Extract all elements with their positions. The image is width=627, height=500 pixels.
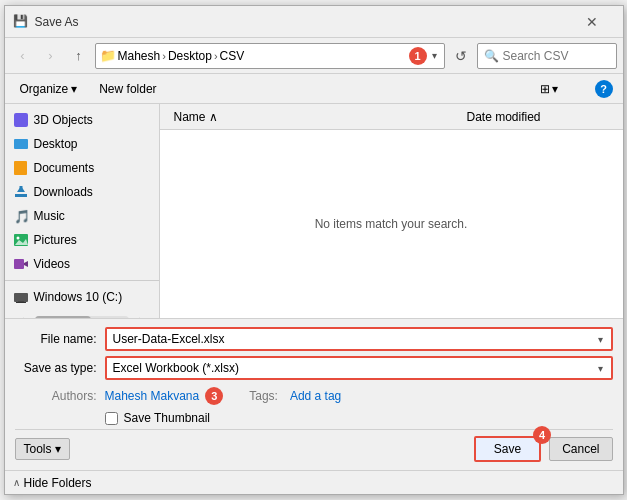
sidebar: 3D Objects Desktop Documents Downloads xyxy=(5,104,160,318)
sidebar-item-music[interactable]: 🎵 Music xyxy=(5,204,159,228)
sidebar-item-pictures[interactable]: Pictures xyxy=(5,228,159,252)
folder-icon: 📁 xyxy=(100,48,116,63)
organize-label: Organize xyxy=(20,82,69,96)
sep1: › xyxy=(162,50,166,62)
cancel-button[interactable]: Cancel xyxy=(549,437,612,461)
dialog-title: Save As xyxy=(35,15,79,29)
sidebar-label-music: Music xyxy=(34,209,65,223)
thumbnail-label: Save Thumbnail xyxy=(124,411,211,425)
sidebar-label-desktop: Desktop xyxy=(34,137,78,151)
badge-3: 3 xyxy=(205,387,223,405)
search-input[interactable] xyxy=(503,49,628,63)
badge-1: 1 xyxy=(409,47,427,65)
help-button[interactable]: ? xyxy=(595,80,613,98)
empty-message: No items match your search. xyxy=(315,217,468,231)
up-icon: ↑ xyxy=(75,48,82,63)
forward-button[interactable]: › xyxy=(39,44,63,68)
file-list-header: Name ∧ Date modified xyxy=(160,104,623,130)
refresh-button[interactable]: ↺ xyxy=(449,44,473,68)
address-box[interactable]: 📁 Mahesh › Desktop › CSV 1 ▾ xyxy=(95,43,445,69)
svg-rect-2 xyxy=(19,186,22,192)
savetype-chevron[interactable]: ▾ xyxy=(596,363,605,374)
filename-input-wrapper[interactable]: ▾ xyxy=(105,327,613,351)
savetype-label: Save as type: xyxy=(15,361,105,375)
tools-arrow: ▾ xyxy=(55,442,61,456)
thumbnail-checkbox[interactable] xyxy=(105,412,118,425)
tags-label: Tags: xyxy=(249,389,278,403)
sidebar-label-videos: Videos xyxy=(34,257,70,271)
videos-icon xyxy=(13,256,29,272)
sidebar-scroll-down[interactable]: › xyxy=(133,311,149,318)
view-icon: ⊞ xyxy=(540,82,550,96)
drive-c-icon xyxy=(13,289,29,305)
sidebar-item-downloads[interactable]: Downloads xyxy=(5,180,159,204)
up-button[interactable]: ↑ xyxy=(67,44,91,68)
back-icon: ‹ xyxy=(20,48,24,63)
sidebar-item-drive-c[interactable]: Windows 10 (C:) xyxy=(5,285,159,309)
sidebar-item-desktop[interactable]: Desktop xyxy=(5,132,159,156)
sidebar-item-3d-objects[interactable]: 3D Objects xyxy=(5,108,159,132)
svg-point-5 xyxy=(16,237,19,240)
col-name-label: Name xyxy=(174,110,206,124)
sep2: › xyxy=(214,50,218,62)
new-folder-label: New folder xyxy=(99,82,156,96)
hide-folders-arrow: ∧ xyxy=(13,477,20,488)
save-button[interactable]: Save xyxy=(474,436,541,462)
breadcrumb-desktop: Desktop xyxy=(168,49,212,63)
3d-objects-icon xyxy=(13,112,29,128)
svg-rect-7 xyxy=(14,259,24,269)
organize-button[interactable]: Organize ▾ xyxy=(15,79,83,99)
svg-rect-0 xyxy=(15,194,27,197)
breadcrumb-csv: CSV xyxy=(220,49,245,63)
desktop-icon xyxy=(13,136,29,152)
col-header-date[interactable]: Date modified xyxy=(463,108,613,126)
dialog-icon: 💾 xyxy=(13,14,29,30)
new-folder-button[interactable]: New folder xyxy=(94,79,161,99)
view-arrow: ▾ xyxy=(552,82,558,96)
sidebar-label-pictures: Pictures xyxy=(34,233,77,247)
hide-folders-label[interactable]: Hide Folders xyxy=(24,476,92,490)
organize-arrow: ▾ xyxy=(71,82,77,96)
savetype-input[interactable] xyxy=(113,361,592,375)
tools-button[interactable]: Tools ▾ xyxy=(15,438,70,460)
documents-icon xyxy=(13,160,29,176)
authors-label: Authors: xyxy=(15,389,105,403)
svg-text:🎵: 🎵 xyxy=(14,208,29,224)
sidebar-item-videos[interactable]: Videos xyxy=(5,252,159,276)
breadcrumb: Mahesh › Desktop › CSV xyxy=(118,49,403,63)
thumbnail-row: Save Thumbnail xyxy=(15,411,613,429)
sidebar-label-3d-objects: 3D Objects xyxy=(34,113,93,127)
authors-value[interactable]: Mahesh Makvana xyxy=(105,389,200,403)
search-box[interactable]: 🔍 xyxy=(477,43,617,69)
tags-value[interactable]: Add a tag xyxy=(290,389,341,403)
sidebar-scroll-up[interactable]: ‹ xyxy=(15,311,31,318)
savetype-row: Save as type: ▾ xyxy=(15,356,613,380)
filename-chevron[interactable]: ▾ xyxy=(596,334,605,345)
sidebar-item-documents[interactable]: Documents xyxy=(5,156,159,180)
breadcrumb-mahesh: Mahesh xyxy=(118,49,161,63)
file-list-area: Name ∧ Date modified No items match your… xyxy=(160,104,623,318)
col-header-name[interactable]: Name ∧ xyxy=(170,108,463,126)
toolbar: Organize ▾ New folder ⊞ ▾ ? xyxy=(5,74,623,104)
svg-marker-8 xyxy=(24,261,28,267)
sidebar-label-documents: Documents xyxy=(34,161,95,175)
main-area: 3D Objects Desktop Documents Downloads xyxy=(5,104,623,318)
sidebar-label-downloads: Downloads xyxy=(34,185,93,199)
refresh-icon: ↺ xyxy=(455,48,467,64)
address-chevron[interactable]: ▾ xyxy=(429,50,440,61)
filename-input[interactable] xyxy=(113,332,592,346)
back-button[interactable]: ‹ xyxy=(11,44,35,68)
bottom-section: File name: ▾ Save as type: ▾ Authors: Ma… xyxy=(5,318,623,470)
downloads-icon xyxy=(13,184,29,200)
tools-label: Tools xyxy=(24,442,52,456)
savetype-input-wrapper[interactable]: ▾ xyxy=(105,356,613,380)
close-button[interactable]: ✕ xyxy=(569,6,615,38)
forward-icon: › xyxy=(48,48,52,63)
sidebar-scroll: ‹ › xyxy=(5,309,159,318)
music-icon: 🎵 xyxy=(13,208,29,224)
save-as-dialog: 💾 Save As ✕ ‹ › ↑ 📁 Mahesh › Desktop › C… xyxy=(4,5,624,495)
sidebar-label-drive-c: Windows 10 (C:) xyxy=(34,290,123,304)
svg-rect-9 xyxy=(14,293,28,302)
view-button[interactable]: ⊞ ▾ xyxy=(535,79,563,99)
file-list-content: No items match your search. xyxy=(160,130,623,318)
